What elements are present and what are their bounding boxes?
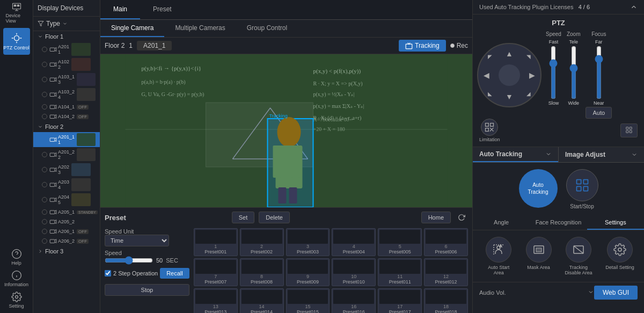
tab-multiple-cameras[interactable]: Multiple Cameras	[164, 20, 236, 37]
ptz-upright-button[interactable]: ◥	[526, 54, 531, 60]
preset-cell-5[interactable]: 5Preset005	[378, 228, 422, 256]
preset-cell-11[interactable]: 11Preset011	[378, 258, 422, 286]
audio-expand-button[interactable]	[588, 289, 594, 297]
chevron-up-icon[interactable]	[630, 3, 638, 11]
preset-cell-13[interactable]: 13Preset013	[194, 288, 238, 313]
limitation-icon	[481, 119, 498, 136]
camera-item-a103-2[interactable]: A103_24	[33, 87, 100, 102]
tab-single-camera[interactable]: Single Camera	[100, 20, 164, 37]
svg-rect-54	[630, 127, 632, 129]
preset-cell-15[interactable]: 15Preset015	[286, 288, 330, 313]
camera-item-a104-2[interactable]: A104_2 OFF	[33, 112, 100, 121]
preset-cell-4[interactable]: 4Preset004	[332, 228, 376, 256]
speed-slider-ptz[interactable]	[548, 46, 559, 99]
preset-cell-12[interactable]: 12Preset012	[424, 258, 468, 286]
tab-main[interactable]: Main	[100, 0, 140, 19]
ptz-ring: ▲ ▼ ◀ ▶ ◤ ◥ ◣ ◢	[477, 43, 541, 107]
tab-face-recognition[interactable]: Face Recognition	[530, 216, 587, 230]
preset-cell-18[interactable]: 18Preset018	[424, 288, 468, 313]
preset-cell-14[interactable]: 14Preset014	[240, 288, 284, 313]
detail-setting-item[interactable]: Detail Setting	[605, 237, 634, 275]
information-button[interactable]: Information	[4, 270, 28, 287]
preset-cell-3[interactable]: 3Preset003	[286, 228, 330, 256]
svg-point-8	[15, 296, 18, 299]
focus-slider[interactable]	[594, 46, 604, 99]
preset-cell-6[interactable]: 6Preset006	[424, 228, 468, 256]
auto-tracking-section-header[interactable]: Auto Tracking	[473, 147, 558, 162]
tab-settings[interactable]: Settings	[587, 216, 644, 230]
recall-button[interactable]: Recall	[160, 268, 189, 279]
camera-item-a104-1[interactable]: A104_1 OFF	[33, 102, 100, 112]
setting-button[interactable]: Setting	[9, 292, 24, 309]
focus-near-label: Near	[594, 100, 604, 106]
auto-focus-button[interactable]: Auto	[586, 107, 612, 119]
floor-1-label: Floor 1	[45, 33, 63, 40]
preset-cell-1[interactable]: 1Preset001	[194, 228, 238, 256]
camera-item-a206-2[interactable]: A206_2 OFF	[33, 236, 100, 246]
set-button[interactable]: Set	[232, 212, 255, 223]
ptz-downright-button[interactable]: ◢	[526, 91, 531, 97]
camera-thumbnail	[77, 148, 96, 161]
floor-1-header[interactable]: Floor 1	[33, 31, 100, 42]
ptz-downleft-button[interactable]: ◣	[488, 91, 492, 97]
speed-label: Speed	[105, 250, 189, 256]
camera-item-a103-1[interactable]: A103_13	[33, 72, 100, 87]
camera-item-a201-1[interactable]: A201_11	[33, 132, 100, 147]
preset-cell-8[interactable]: 8Preset008	[240, 258, 284, 286]
camera-item-a201-2[interactable]: A201_22	[33, 147, 100, 162]
preset-cell-9[interactable]: 9Preset009	[286, 258, 330, 286]
ptz-up-button[interactable]: ▲	[506, 49, 513, 58]
auto-tracking-circle[interactable]: AutoTracking	[519, 169, 558, 208]
tracking-button[interactable]: Tracking	[399, 40, 446, 52]
mask-area-item[interactable]: Mask Area	[526, 237, 552, 275]
tab-preset[interactable]: Preset	[140, 0, 185, 19]
camera-item-a204[interactable]: A2045	[33, 192, 100, 207]
ptz-down-button[interactable]: ▼	[506, 92, 513, 101]
home-button[interactable]: Home	[421, 212, 451, 223]
delete-button[interactable]: Delete	[259, 212, 290, 223]
step-checkbox[interactable]	[105, 270, 111, 276]
stop-button[interactable]: Stop	[105, 284, 189, 296]
speed-unit-select[interactable]: Time	[105, 235, 169, 246]
tracking-disable-area-item[interactable]: Tracking Disable Area	[562, 237, 595, 275]
camera-icon	[49, 61, 57, 68]
preset-cell-17[interactable]: 17Preset017	[378, 288, 422, 313]
camera-item-a206-1[interactable]: A206_1 OFF	[33, 227, 100, 236]
speed-slider[interactable]	[105, 256, 153, 265]
snapshot-icon	[625, 126, 633, 134]
snapshot-button[interactable]	[620, 123, 638, 137]
web-gui-button[interactable]: Web GUI	[594, 286, 638, 300]
limitation-button[interactable]: Limitation	[479, 119, 500, 142]
help-button[interactable]: Help	[11, 249, 22, 266]
preset-cell-16[interactable]: 16Preset016	[332, 288, 376, 313]
camera-item-a202[interactable]: A2023	[33, 162, 100, 177]
floor-3-header[interactable]: Floor 3	[33, 246, 100, 257]
ptz-control-button[interactable]: PTZ Control	[3, 28, 30, 55]
preset-cell-10[interactable]: 10Preset010	[332, 258, 376, 286]
image-adjust-section-header[interactable]: Image Adjust	[559, 147, 644, 162]
preset-cell-7[interactable]: 7Preset007	[194, 258, 238, 286]
ptz-left-button[interactable]: ◀	[484, 71, 489, 79]
start-stop-label: Start/Stop	[570, 203, 594, 209]
camera-item-a205-1[interactable]: A205_1 STANDBY	[33, 207, 100, 217]
camera-item-a201[interactable]: A2011	[33, 42, 100, 57]
preset-cell-2[interactable]: 2Preset002	[240, 228, 284, 256]
rec-button[interactable]: Rec	[450, 42, 468, 49]
camera-item-a203[interactable]: A2034	[33, 177, 100, 192]
license-info: Used Auto Tracking Plugin Licenses 4 / 6	[479, 4, 590, 10]
start-stop-button[interactable]: Start/Stop	[566, 169, 598, 209]
floor-2-header[interactable]: Floor 2	[33, 121, 100, 132]
refresh-button[interactable]	[455, 211, 468, 224]
zoom-slider[interactable]	[568, 46, 579, 99]
tab-angle[interactable]: Angle	[473, 216, 530, 230]
auto-start-area-item[interactable]: A Auto Start Area	[482, 237, 515, 275]
limitation-svg	[484, 122, 495, 133]
tab-group-control[interactable]: Group Control	[236, 20, 298, 37]
ptz-center[interactable]	[499, 64, 520, 86]
ptz-right-button[interactable]: ▶	[529, 71, 535, 79]
ptz-upleft-button[interactable]: ◤	[488, 54, 492, 60]
camera-item-a205-2[interactable]: A205_2	[33, 217, 100, 227]
camera-item-a102[interactable]: A1022	[33, 57, 100, 72]
type-filter[interactable]: Type	[33, 17, 100, 31]
device-view-button[interactable]: Device View	[6, 2, 27, 24]
